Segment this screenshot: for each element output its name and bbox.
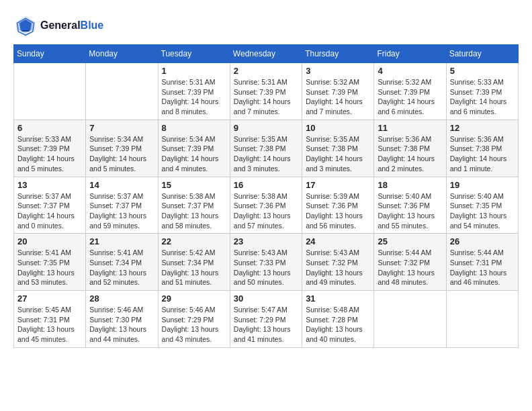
day-info: Sunrise: 5:36 AM Sunset: 7:38 PM Dayligh…: [378, 134, 442, 174]
day-number: 8: [162, 123, 226, 133]
day-number: 28: [89, 293, 154, 304]
day-number: 6: [17, 123, 82, 133]
day-info: Sunrise: 5:36 AM Sunset: 7:38 PM Dayligh…: [450, 134, 515, 174]
day-number: 12: [450, 123, 515, 133]
calendar-cell: 20Sunrise: 5:41 AM Sunset: 7:35 PM Dayli…: [14, 234, 86, 291]
day-number: 14: [89, 180, 154, 190]
calendar-cell: 2Sunrise: 5:31 AM Sunset: 7:39 PM Daylig…: [230, 63, 302, 120]
day-info: Sunrise: 5:35 AM Sunset: 7:38 PM Dayligh…: [234, 134, 298, 174]
calendar-week-1: 1Sunrise: 5:31 AM Sunset: 7:39 PM Daylig…: [14, 63, 519, 120]
day-info: Sunrise: 5:42 AM Sunset: 7:34 PM Dayligh…: [162, 248, 226, 287]
calendar-cell: 7Sunrise: 5:34 AM Sunset: 7:39 PM Daylig…: [86, 120, 158, 177]
calendar-cell: 19Sunrise: 5:40 AM Sunset: 7:35 PM Dayli…: [446, 177, 518, 234]
day-info: Sunrise: 5:34 AM Sunset: 7:39 PM Dayligh…: [89, 134, 154, 174]
day-info: Sunrise: 5:47 AM Sunset: 7:29 PM Dayligh…: [234, 305, 298, 345]
day-info: Sunrise: 5:31 AM Sunset: 7:39 PM Dayligh…: [162, 77, 226, 117]
day-info: Sunrise: 5:38 AM Sunset: 7:36 PM Dayligh…: [234, 191, 298, 231]
day-number: 22: [162, 236, 226, 246]
calendar-cell: 6Sunrise: 5:33 AM Sunset: 7:39 PM Daylig…: [14, 120, 86, 177]
day-info: Sunrise: 5:45 AM Sunset: 7:31 PM Dayligh…: [17, 305, 82, 345]
calendar-body: 1Sunrise: 5:31 AM Sunset: 7:39 PM Daylig…: [14, 63, 519, 348]
day-number: 27: [17, 293, 82, 304]
day-number: 19: [450, 180, 515, 190]
page-header: GeneralBlue: [13, 13, 519, 38]
day-info: Sunrise: 5:34 AM Sunset: 7:39 PM Dayligh…: [162, 134, 226, 174]
day-number: 30: [234, 293, 298, 304]
day-info: Sunrise: 5:33 AM Sunset: 7:39 PM Dayligh…: [17, 134, 82, 174]
calendar-cell: 10Sunrise: 5:35 AM Sunset: 7:38 PM Dayli…: [302, 120, 374, 177]
day-number: 15: [162, 180, 226, 190]
calendar-table: SundayMondayTuesdayWednesdayThursdayFrid…: [13, 44, 519, 348]
calendar-cell: 28Sunrise: 5:46 AM Sunset: 7:30 PM Dayli…: [86, 291, 158, 348]
day-number: 20: [17, 236, 82, 246]
calendar-cell: 27Sunrise: 5:45 AM Sunset: 7:31 PM Dayli…: [14, 291, 86, 348]
calendar-cell: 31Sunrise: 5:48 AM Sunset: 7:28 PM Dayli…: [302, 291, 374, 348]
dow-header-thursday: Thursday: [302, 45, 374, 63]
calendar-cell: 1Sunrise: 5:31 AM Sunset: 7:39 PM Daylig…: [158, 63, 230, 120]
day-number: 24: [306, 236, 370, 246]
logo-text: GeneralBlue: [40, 19, 103, 32]
day-number: 23: [234, 236, 298, 246]
calendar-week-5: 27Sunrise: 5:45 AM Sunset: 7:31 PM Dayli…: [14, 291, 519, 348]
day-info: Sunrise: 5:43 AM Sunset: 7:32 PM Dayligh…: [306, 248, 370, 287]
day-info: Sunrise: 5:46 AM Sunset: 7:29 PM Dayligh…: [162, 305, 226, 345]
calendar-cell: 18Sunrise: 5:40 AM Sunset: 7:36 PM Dayli…: [374, 177, 446, 234]
calendar-cell: 12Sunrise: 5:36 AM Sunset: 7:38 PM Dayli…: [446, 120, 518, 177]
calendar-cell: 22Sunrise: 5:42 AM Sunset: 7:34 PM Dayli…: [158, 234, 230, 291]
calendar-cell: 15Sunrise: 5:38 AM Sunset: 7:37 PM Dayli…: [158, 177, 230, 234]
day-info: Sunrise: 5:40 AM Sunset: 7:36 PM Dayligh…: [378, 191, 442, 231]
calendar-cell: 8Sunrise: 5:34 AM Sunset: 7:39 PM Daylig…: [158, 120, 230, 177]
day-number: 9: [234, 123, 298, 133]
calendar-cell: 11Sunrise: 5:36 AM Sunset: 7:38 PM Dayli…: [374, 120, 446, 177]
day-info: Sunrise: 5:38 AM Sunset: 7:37 PM Dayligh…: [162, 191, 226, 231]
calendar-cell: [86, 63, 158, 120]
dow-header-saturday: Saturday: [446, 45, 518, 63]
day-number: 1: [162, 66, 226, 76]
calendar-week-2: 6Sunrise: 5:33 AM Sunset: 7:39 PM Daylig…: [14, 120, 519, 177]
calendar-cell: 16Sunrise: 5:38 AM Sunset: 7:36 PM Dayli…: [230, 177, 302, 234]
calendar-week-4: 20Sunrise: 5:41 AM Sunset: 7:35 PM Dayli…: [14, 234, 519, 291]
day-info: Sunrise: 5:31 AM Sunset: 7:39 PM Dayligh…: [234, 77, 298, 117]
calendar-cell: 14Sunrise: 5:37 AM Sunset: 7:37 PM Dayli…: [86, 177, 158, 234]
day-info: Sunrise: 5:46 AM Sunset: 7:30 PM Dayligh…: [89, 305, 154, 345]
calendar-cell: [14, 63, 86, 120]
calendar-cell: 9Sunrise: 5:35 AM Sunset: 7:38 PM Daylig…: [230, 120, 302, 177]
day-info: Sunrise: 5:32 AM Sunset: 7:39 PM Dayligh…: [378, 77, 442, 117]
day-number: 21: [89, 236, 154, 246]
calendar-cell: 21Sunrise: 5:41 AM Sunset: 7:34 PM Dayli…: [86, 234, 158, 291]
logo: GeneralBlue: [13, 13, 103, 38]
day-info: Sunrise: 5:41 AM Sunset: 7:34 PM Dayligh…: [89, 248, 154, 287]
day-info: Sunrise: 5:48 AM Sunset: 7:28 PM Dayligh…: [306, 305, 370, 345]
day-number: 4: [378, 66, 442, 76]
day-number: 18: [378, 180, 442, 190]
calendar-cell: 24Sunrise: 5:43 AM Sunset: 7:32 PM Dayli…: [302, 234, 374, 291]
day-number: 11: [378, 123, 442, 133]
calendar-cell: 25Sunrise: 5:44 AM Sunset: 7:32 PM Dayli…: [374, 234, 446, 291]
days-of-week-row: SundayMondayTuesdayWednesdayThursdayFrid…: [14, 45, 519, 63]
logo-icon: [13, 13, 38, 38]
day-number: 13: [17, 180, 82, 190]
day-info: Sunrise: 5:32 AM Sunset: 7:39 PM Dayligh…: [306, 77, 370, 117]
day-info: Sunrise: 5:33 AM Sunset: 7:39 PM Dayligh…: [450, 77, 515, 117]
day-info: Sunrise: 5:35 AM Sunset: 7:38 PM Dayligh…: [306, 134, 370, 174]
day-number: 10: [306, 123, 370, 133]
day-number: 5: [450, 66, 515, 76]
day-info: Sunrise: 5:37 AM Sunset: 7:37 PM Dayligh…: [17, 191, 82, 231]
day-number: 16: [234, 180, 298, 190]
dow-header-monday: Monday: [86, 45, 158, 63]
day-info: Sunrise: 5:41 AM Sunset: 7:35 PM Dayligh…: [17, 248, 82, 287]
day-number: 2: [234, 66, 298, 76]
calendar-cell: 4Sunrise: 5:32 AM Sunset: 7:39 PM Daylig…: [374, 63, 446, 120]
day-number: 3: [306, 66, 370, 76]
day-info: Sunrise: 5:39 AM Sunset: 7:36 PM Dayligh…: [306, 191, 370, 231]
calendar-cell: [446, 291, 518, 348]
dow-header-sunday: Sunday: [14, 45, 86, 63]
calendar-cell: 29Sunrise: 5:46 AM Sunset: 7:29 PM Dayli…: [158, 291, 230, 348]
calendar-cell: 30Sunrise: 5:47 AM Sunset: 7:29 PM Dayli…: [230, 291, 302, 348]
dow-header-wednesday: Wednesday: [230, 45, 302, 63]
day-info: Sunrise: 5:37 AM Sunset: 7:37 PM Dayligh…: [89, 191, 154, 231]
calendar-cell: 17Sunrise: 5:39 AM Sunset: 7:36 PM Dayli…: [302, 177, 374, 234]
calendar-cell: 23Sunrise: 5:43 AM Sunset: 7:33 PM Dayli…: [230, 234, 302, 291]
calendar-week-3: 13Sunrise: 5:37 AM Sunset: 7:37 PM Dayli…: [14, 177, 519, 234]
dow-header-friday: Friday: [374, 45, 446, 63]
